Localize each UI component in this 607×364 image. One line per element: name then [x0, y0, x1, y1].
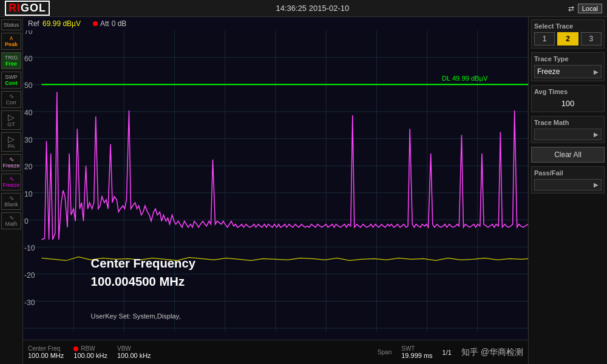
trace-btn-3[interactable]: 3 [581, 32, 602, 46]
att-label: Att [100, 19, 109, 28]
gt-label: GT [7, 121, 15, 127]
trace-type-title: Trace Type [534, 55, 602, 62]
freeze2-label: Freeze [3, 182, 20, 188]
logo: RIGOL [5, 1, 50, 16]
svg-text:60: 60 [24, 55, 33, 63]
rbw-dot [73, 346, 78, 351]
status-peak[interactable]: ∧ Peak [1, 33, 21, 50]
trace-math-title: Trace Math [534, 119, 602, 126]
freeze1-icon: ∿ [9, 157, 14, 163]
blank-label: Blank [4, 201, 18, 207]
svg-text:30: 30 [24, 136, 33, 144]
freeze1-label: Freeze [3, 163, 20, 169]
gt-icon: ▷ [8, 113, 15, 121]
math-label: Math [5, 221, 17, 227]
att-value: 0 dB [112, 19, 127, 28]
page-display: 1/1 [443, 349, 452, 356]
pa-label: PA [8, 143, 15, 149]
svg-text:-10: -10 [24, 244, 35, 252]
spectrum-chart: 70 60 50 40 30 20 10 0 -10 -20 -30 DL 49… [23, 30, 528, 332]
att-dot [93, 21, 98, 26]
trace-type-arrow: ▶ [594, 69, 599, 75]
status-freeze2[interactable]: ∿ Freeze [1, 174, 21, 190]
trig-value: Free [5, 61, 17, 67]
pass-fail-section: Pass/Fail ▶ [531, 166, 605, 194]
logo-ri: RI [8, 2, 21, 14]
watermark: 知乎 @华商检测 [461, 347, 523, 358]
chart-header: Ref 69.99 dBµV Att 0 dB [23, 17, 528, 30]
logo-gol: GOL [21, 2, 46, 14]
corr-label: Corr [6, 99, 17, 106]
trace-math-arrow: ▶ [594, 131, 599, 138]
pass-fail-value[interactable]: ▶ [534, 179, 602, 190]
pa-icon: ▷ [8, 135, 15, 143]
avg-times-section: Avg Times 100 [531, 85, 605, 112]
trace-buttons: 1 2 3 [534, 32, 602, 46]
local-badge: ⇄ Local [568, 4, 602, 13]
trace-type-label: Freeze [537, 67, 560, 76]
vbw-value: 100.00 kHz [117, 352, 151, 359]
svg-text:20: 20 [24, 163, 33, 171]
svg-text:Center Frequency: Center Frequency [91, 257, 196, 270]
status-math[interactable]: ∿ Math [1, 212, 21, 229]
swp-value: Cont [5, 80, 18, 86]
status-gt[interactable]: ▷ GT [1, 110, 21, 130]
att-display: Att 0 dB [93, 19, 126, 28]
select-trace-section: Select Trace 1 2 3 [531, 19, 605, 49]
main-layout: Status ∧ Peak TRIG Free SWP Cont ∿ Corr … [0, 17, 607, 364]
center-freq-display: Center Freq 100.00 MHz [28, 345, 64, 359]
vbw-label: VBW [117, 345, 131, 352]
status-trig[interactable]: TRIG Free [1, 52, 21, 69]
status-freeze1[interactable]: ∿ Freeze [1, 154, 21, 171]
chart-footer: Center Freq 100.00 MHz RBW 100.00 kHz VB… [23, 340, 528, 364]
trig-label: TRIG [5, 55, 18, 61]
status-blank[interactable]: ∿ Blank [1, 193, 21, 210]
corr-icon: ∿ [9, 93, 14, 99]
select-trace-title: Select Trace [534, 22, 602, 30]
status-pa[interactable]: ▷ PA [1, 132, 21, 152]
trace-btn-1[interactable]: 1 [534, 32, 555, 46]
svg-text:40: 40 [24, 109, 33, 117]
peak-icon: ∧ [9, 35, 13, 41]
blank-icon: ∿ [9, 195, 14, 201]
vbw-display: VBW 100.00 kHz [117, 345, 151, 359]
rbw-label: RBW [81, 345, 95, 352]
status-swp[interactable]: SWP Cont [1, 72, 21, 89]
rbw-display: RBW 100.00 kHz [73, 345, 107, 359]
trace-type-section: Trace Type Freeze ▶ [531, 52, 605, 81]
ref-label: Ref [28, 19, 39, 28]
trace-type-value[interactable]: Freeze ▶ [534, 65, 602, 78]
center-freq-label: Center Freq [28, 345, 60, 352]
status-corr[interactable]: ∿ Corr [1, 91, 21, 108]
top-bar: RIGOL 14:36:25 2015-02-10 ⇄ Local [0, 0, 607, 17]
peak-label: Peak [5, 41, 18, 47]
rbw-value: 100.00 kHz [73, 352, 107, 359]
svg-text:100.004500 MHz: 100.004500 MHz [91, 275, 185, 288]
trace-btn-2[interactable]: 2 [557, 32, 578, 46]
center-freq-value: 100.00 MHz [28, 352, 64, 359]
status-bar: Status ∧ Peak TRIG Free SWP Cont ∿ Corr … [0, 17, 23, 364]
svg-text:-20: -20 [24, 271, 35, 280]
ref-number: 69.99 dBµV [42, 19, 81, 28]
span-label: Span [378, 349, 392, 356]
trace-math-value[interactable]: ▶ [534, 129, 602, 140]
pass-fail-arrow: ▶ [594, 181, 599, 188]
freeze2-icon: ∿ [9, 176, 14, 182]
svg-text:70: 70 [24, 30, 33, 36]
svg-text:50: 50 [24, 81, 33, 90]
svg-text:UserKey Set:   System,Display,: UserKey Set: System,Display, [91, 312, 181, 320]
pass-fail-title: Pass/Fail [534, 169, 602, 177]
trace-math-section: Trace Math ▶ [531, 116, 605, 143]
svg-text:10: 10 [24, 190, 33, 198]
avg-times-value[interactable]: 100 [534, 98, 602, 109]
swt-display: SWT 19.999 ms [401, 345, 432, 359]
local-label: Local [578, 4, 602, 13]
status-label: Status [4, 22, 19, 28]
datetime: 14:36:25 2015-02-10 [57, 4, 568, 13]
swt-label: SWT [401, 345, 415, 352]
clear-all-button[interactable]: Clear All [531, 147, 605, 163]
span-display: Span [378, 349, 392, 356]
svg-text:0: 0 [24, 217, 29, 226]
ref-value: Ref 69.99 dBµV [28, 19, 81, 28]
svg-text:-30: -30 [24, 298, 35, 307]
